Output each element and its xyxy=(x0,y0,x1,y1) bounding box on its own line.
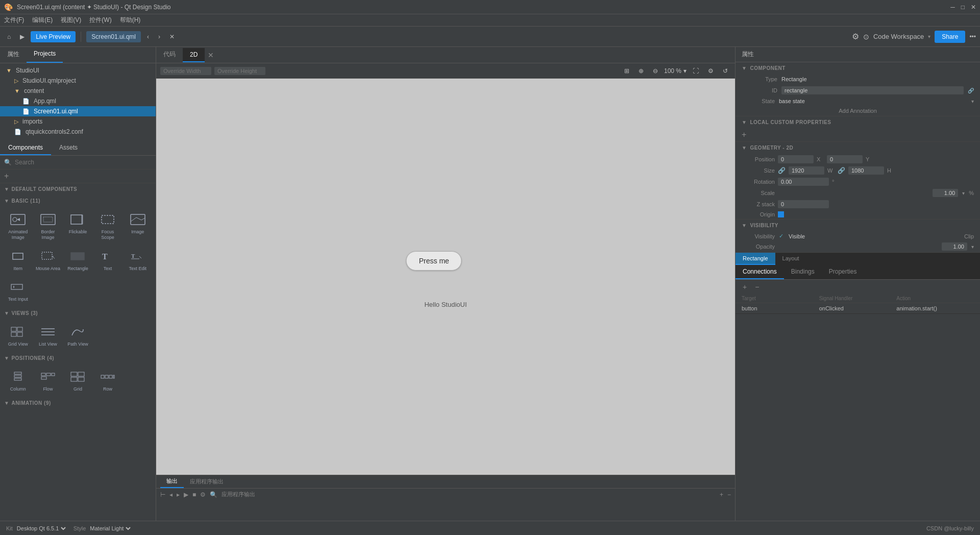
tl-search[interactable]: 🔍 xyxy=(210,491,217,498)
more-options-icon[interactable]: ••• xyxy=(969,33,976,40)
menu-view[interactable]: 视图(V) xyxy=(61,16,81,25)
tab-bindings[interactable]: Bindings xyxy=(784,265,822,279)
tab-properties-conn[interactable]: Properties xyxy=(822,265,864,279)
live-icon[interactable]: ⊙ xyxy=(863,33,869,41)
scale-dropdown-icon[interactable]: ▾ xyxy=(962,190,965,196)
comp-text[interactable]: T Text xyxy=(94,246,122,275)
menu-controls[interactable]: 控件(W) xyxy=(89,16,111,25)
comp-item[interactable]: Item xyxy=(4,246,32,275)
tree-item-qmlproject[interactable]: ▷ StudioUI.qmlproject xyxy=(0,76,156,86)
tl-add[interactable]: + xyxy=(720,491,723,498)
tab-layout[interactable]: Layout xyxy=(775,253,806,265)
tree-item-imports[interactable]: ▷ imports xyxy=(0,116,156,127)
comp-rectangle[interactable]: Rectangle xyxy=(64,246,92,275)
section-positioner[interactable]: ▼ POSITIONER (4) xyxy=(0,352,156,364)
tab-code[interactable]: 代码 xyxy=(156,47,183,63)
refresh-icon[interactable]: ↺ xyxy=(720,66,731,76)
origin-square-icon[interactable] xyxy=(778,211,784,217)
menu-help[interactable]: 帮助(H) xyxy=(120,16,141,25)
menu-edit[interactable]: 编辑(E) xyxy=(32,16,53,25)
comp-list-view[interactable]: List View xyxy=(34,321,62,350)
comp-text-input[interactable]: Text Input xyxy=(4,276,32,305)
size-link-icon[interactable]: 🔗 xyxy=(778,167,786,174)
size-h-input[interactable] xyxy=(848,166,884,175)
tab-close-icon[interactable]: ✕ xyxy=(205,51,217,59)
tab-assets[interactable]: Assets xyxy=(51,141,86,155)
canvas-area[interactable]: Press me Hello StudioUI xyxy=(156,79,735,475)
conn-add-button[interactable]: + xyxy=(740,282,750,292)
file-tab-properties[interactable]: 属性 xyxy=(0,47,27,63)
home-button[interactable]: ⌂ xyxy=(4,31,14,42)
state-dropdown-icon[interactable]: ▾ xyxy=(971,99,974,104)
size-link-icon2[interactable]: 🔗 xyxy=(838,167,845,174)
tree-item-appqml[interactable]: 📄 App.qml xyxy=(0,96,156,106)
close-btn[interactable]: ✕ xyxy=(971,4,976,11)
tree-item-qtquickconf[interactable]: 📄 qtquickcontrols2.conf xyxy=(0,127,156,137)
zstack-input[interactable] xyxy=(778,200,829,208)
tl-align-left[interactable]: ⊢ xyxy=(160,491,165,498)
fit-icon[interactable]: ⊞ xyxy=(621,66,632,76)
live-preview-button[interactable]: Live Preview xyxy=(31,31,76,42)
add-property-button[interactable]: + xyxy=(736,128,752,141)
rotation-input[interactable] xyxy=(778,178,829,186)
run-button[interactable]: ▶ xyxy=(17,31,28,42)
tab-rectangle[interactable]: Rectangle xyxy=(736,253,775,265)
size-w-input[interactable] xyxy=(789,166,824,175)
tab-app-output[interactable]: 应用程序输出 xyxy=(184,476,230,488)
fullscreen-icon[interactable]: ⛶ xyxy=(690,66,702,76)
tree-item-content[interactable]: ▼ content xyxy=(0,86,156,96)
settings-canvas-icon[interactable]: ⚙ xyxy=(705,66,717,76)
share-button[interactable]: Share xyxy=(935,31,965,43)
comp-column[interactable]: Column xyxy=(4,366,32,395)
tl-settings[interactable]: ⚙ xyxy=(200,491,206,498)
tree-item-studioui[interactable]: ▼ StudioUI xyxy=(0,65,156,76)
section-views[interactable]: ▼ VIEWS (3) xyxy=(0,307,156,319)
file-tab[interactable]: Screen01.ui.qml xyxy=(86,31,141,42)
comp-path-view[interactable]: Path View xyxy=(64,321,92,350)
zoom-in-icon[interactable]: ⊕ xyxy=(635,66,647,76)
minimize-btn[interactable]: ─ xyxy=(950,4,955,11)
tl-next[interactable]: ▸ xyxy=(177,491,180,498)
tab-components[interactable]: Components xyxy=(0,141,51,155)
tree-item-screen01[interactable]: 📄 Screen01.ui.qml xyxy=(0,106,156,116)
comp-grid[interactable]: Grid xyxy=(64,366,92,395)
forward-button[interactable]: › xyxy=(155,31,163,42)
opacity-dropdown-icon[interactable]: ▾ xyxy=(971,244,974,250)
search-input[interactable] xyxy=(15,159,152,166)
comp-mouse-area[interactable]: ↖ Mouse Area xyxy=(34,246,62,275)
style-selector[interactable]: Material Light xyxy=(88,525,132,532)
tl-play[interactable]: ▶ xyxy=(184,491,188,498)
maximize-btn[interactable]: □ xyxy=(961,4,965,11)
override-height-input[interactable] xyxy=(214,67,265,75)
tab-connections[interactable]: Connections xyxy=(736,265,784,279)
comp-row[interactable]: Row xyxy=(94,366,122,395)
comp-text-edit[interactable]: T Text Edit xyxy=(124,246,152,275)
press-me-button[interactable]: Press me xyxy=(406,251,462,271)
tab-2d[interactable]: 2D xyxy=(183,48,205,62)
section-default-components[interactable]: ▼ DEFAULT COMPONENTS xyxy=(0,183,156,195)
conn-remove-button[interactable]: − xyxy=(752,282,762,292)
kit-selector[interactable]: Desktop Qt 6.5.1 xyxy=(15,525,67,532)
add-annotation-button[interactable]: Add Annotation xyxy=(736,106,980,116)
tl-stop[interactable]: ■ xyxy=(192,491,196,498)
add-component-row[interactable]: + xyxy=(0,169,156,183)
position-y-input[interactable] xyxy=(827,155,863,163)
menu-file[interactable]: 文件(F) xyxy=(4,16,24,25)
tab-output[interactable]: 输出 xyxy=(160,475,184,488)
close-file-button[interactable]: ✕ xyxy=(166,31,178,42)
zoom-out-icon[interactable]: ⊖ xyxy=(650,66,661,76)
comp-grid-view[interactable]: Grid View xyxy=(4,321,32,350)
visibility-header[interactable]: ▼ VISIBILITY xyxy=(736,220,980,231)
local-custom-header[interactable]: ▼ LOCAL CUSTOM PROPERTIES xyxy=(736,116,980,128)
visible-check-icon[interactable]: ✓ xyxy=(779,233,783,239)
comp-image[interactable]: Image xyxy=(124,209,152,244)
tl-remove[interactable]: − xyxy=(727,491,731,498)
conn-row-1[interactable]: button onClicked animation.start() xyxy=(736,303,980,314)
scale-value[interactable]: 1.00 xyxy=(933,189,958,197)
comp-border-image[interactable]: Border Image xyxy=(34,209,62,244)
back-button[interactable]: ‹ xyxy=(144,31,152,42)
zoom-dropdown-icon[interactable]: ▾ xyxy=(683,67,687,75)
workspace-dropdown-icon[interactable]: ▾ xyxy=(928,34,930,39)
geometry-header[interactable]: ▼ GEOMETRY - 2D xyxy=(736,142,980,154)
file-tab-projects[interactable]: Projects xyxy=(27,47,63,63)
